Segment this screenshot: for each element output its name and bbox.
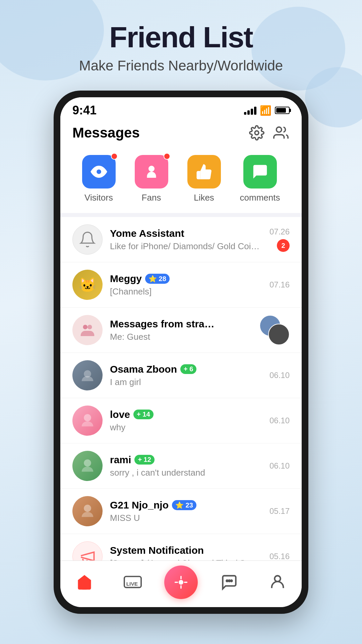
home-icon (74, 572, 95, 592)
message-item-strangers[interactable]: Messages from stra… Me: Guest (60, 308, 302, 353)
eye-icon (90, 163, 108, 181)
svg-point-13 (226, 580, 228, 582)
avatar-yome (72, 224, 103, 255)
message-item-rami[interactable]: rami + 12 sorry , i can't understand 06.… (60, 443, 302, 489)
message-name-strangers: Messages from stra… (110, 318, 215, 330)
message-item-system[interactable]: System Notification [System] (Avatar / C… (60, 534, 302, 560)
avatar-osama (72, 360, 103, 390)
message-meta-yome: 07.26 2 (269, 227, 290, 252)
g21-badge: ⭐ 23 (172, 500, 196, 510)
nav-item-home[interactable] (61, 572, 108, 592)
message-item-g21[interactable]: G21 Njo_njo ⭐ 23 MISS U 05.17 (60, 489, 302, 534)
bell-icon (79, 231, 96, 248)
status-bar: 9:41 📶 (60, 97, 302, 121)
message-preview-yome: Like for iPhone/ Diamonds/ Gold Coins... (110, 241, 262, 252)
svg-point-16 (275, 576, 280, 582)
nav-item-live[interactable]: LIVE (109, 572, 156, 592)
page-main-title: Friend List (79, 20, 283, 54)
svg-point-3 (148, 166, 155, 172)
comments-icon-bg (243, 155, 277, 189)
friends-button[interactable] (272, 124, 290, 142)
message-time-love: 06.10 (269, 416, 290, 425)
likes-label: Likes (194, 193, 214, 203)
message-time-rami: 06.10 (269, 461, 290, 471)
tv-icon: LIVE (123, 574, 142, 591)
message-name-system: System Notification (110, 545, 204, 556)
message-name-yome: Yome Assistant (110, 228, 184, 239)
unread-badge-yome: 2 (277, 239, 290, 252)
header-title: Messages (72, 125, 140, 141)
nav-item-profile[interactable] (254, 572, 301, 592)
avatar-rami (72, 451, 103, 481)
divider (60, 213, 302, 217)
megaphone-icon (79, 548, 96, 560)
svg-point-14 (229, 580, 230, 582)
message-item-meggy[interactable]: 🐱 Meggy ⭐ 28 [Channels] 07.16 (60, 262, 302, 308)
signal-icon (244, 106, 256, 115)
sparkle-icon (174, 575, 188, 589)
message-meta-system: 05.16 (269, 552, 290, 560)
quick-action-likes[interactable]: Likes (187, 155, 221, 203)
love-avatar-icon (79, 412, 96, 429)
avatar-g21 (72, 496, 103, 526)
home-svg (76, 574, 93, 591)
quick-actions: Visitors Fans (60, 148, 302, 213)
message-time-system: 05.16 (269, 552, 290, 560)
message-meta-g21: 05.17 (269, 506, 290, 516)
create-button[interactable] (164, 566, 198, 599)
settings-button[interactable] (248, 124, 265, 142)
status-time: 9:41 (72, 103, 97, 117)
message-preview-osama: I am girl (110, 377, 262, 387)
bottom-nav: LIVE (60, 560, 302, 607)
svg-point-15 (231, 580, 232, 582)
svg-point-12 (179, 580, 183, 585)
status-icons: 📶 (244, 105, 290, 116)
message-time-meggy: 07.16 (269, 280, 290, 289)
message-preview-system: [System] (Avatar / Channel Title / Strea… (110, 558, 262, 561)
message-name-rami: rami (110, 454, 131, 466)
page-subtitle: Make Friends Nearby/Worldwide (79, 58, 283, 74)
gear-icon (249, 125, 264, 141)
avatar-system (72, 541, 103, 560)
message-preview-love: why (110, 422, 262, 433)
message-name-g21: G21 Njo_njo (110, 499, 169, 511)
fans-icon-bg (135, 155, 168, 189)
nav-item-chat[interactable] (206, 572, 253, 592)
live-icon: LIVE (123, 572, 143, 592)
header-icons (248, 124, 290, 142)
message-name-love: love (110, 409, 130, 420)
message-meta-meggy: 07.16 (269, 280, 290, 289)
message-name-osama: Osama Zboon (110, 364, 177, 375)
message-item-osama[interactable]: Osama Zboon + 6 I am girl 06.10 (60, 353, 302, 398)
message-meta-rami: 06.10 (269, 461, 290, 471)
svg-point-2 (97, 169, 101, 174)
visitors-label: Visitors (84, 193, 113, 203)
svg-point-0 (255, 131, 259, 135)
osama-badge: + 6 (180, 364, 196, 374)
nav-item-create[interactable] (158, 566, 204, 599)
quick-action-comments[interactable]: comments (240, 155, 280, 203)
message-item-love[interactable]: love + 14 why 06.10 (60, 398, 302, 443)
app-header: Messages (60, 121, 302, 148)
person-icon (142, 163, 161, 181)
quick-action-fans[interactable]: Fans (135, 155, 168, 203)
message-item-yome[interactable]: Yome Assistant Like for iPhone/ Diamonds… (60, 217, 302, 262)
svg-point-4 (83, 325, 88, 329)
avatar-love (72, 406, 103, 436)
message-content-system: System Notification [System] (Avatar / C… (110, 545, 262, 561)
comment-icon (251, 163, 269, 181)
visitors-icon-bg (82, 155, 116, 189)
phone-mockup: 9:41 📶 Messages (54, 91, 308, 614)
person-outline-icon (269, 574, 286, 591)
quick-action-visitors[interactable]: Visitors (82, 155, 116, 203)
message-time-yome: 07.26 (269, 227, 290, 236)
comments-label: comments (240, 193, 280, 203)
message-content-love: love + 14 why (110, 409, 262, 433)
avatar-stranger (72, 315, 103, 345)
message-content-strangers: Messages from stra… Me: Guest (110, 318, 252, 342)
message-content-yome: Yome Assistant Like for iPhone/ Diamonds… (110, 228, 262, 252)
page-title-section: Friend List Make Friends Nearby/Worldwid… (79, 20, 283, 74)
message-meta-strangers (259, 315, 290, 345)
fans-label: Fans (142, 193, 161, 203)
rami-badge: + 12 (134, 455, 154, 465)
